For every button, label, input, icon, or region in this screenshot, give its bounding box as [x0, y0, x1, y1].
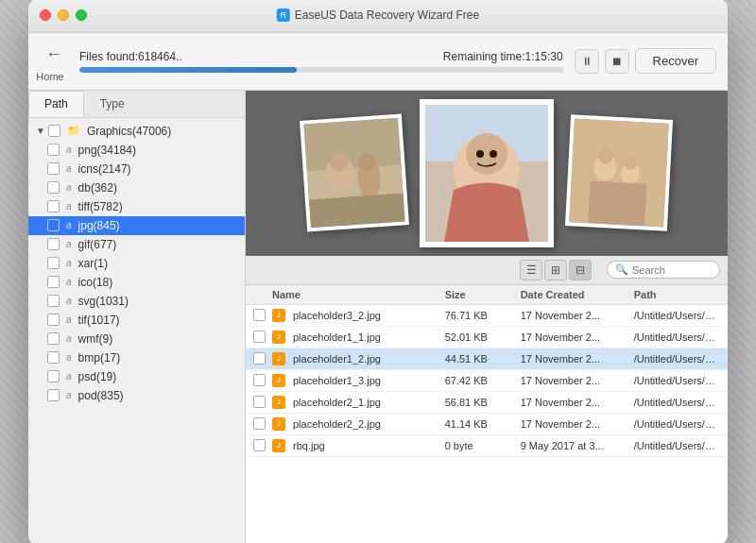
row-date: 17 November 2... [521, 331, 634, 343]
table-row[interactable]: J rbq.jpg 0 byte 9 May 2017 at 3... /Unt… [246, 435, 728, 457]
table-row[interactable]: J placeholder1_1.jpg 52.01 KB 17 Novembe… [246, 327, 728, 348]
row-checkbox[interactable] [253, 352, 266, 365]
tab-type[interactable]: Type [84, 91, 141, 117]
tree-item[interactable]: apsd(19) [28, 367, 245, 386]
row-path: /Untitled/Users/wlb/Trash/paul'... [634, 353, 720, 365]
photo-frame-3 [565, 114, 673, 230]
file-name: placeholder2_2.jpg [293, 418, 381, 430]
row-size: 0 byte [445, 440, 521, 451]
tree-checkbox[interactable] [47, 314, 60, 326]
tree-checkbox[interactable] [47, 144, 60, 156]
pause-button[interactable]: ⏸ [575, 49, 599, 74]
search-input[interactable] [632, 264, 708, 276]
tree-checkbox[interactable] [47, 370, 60, 382]
tree-checkbox[interactable] [47, 219, 60, 231]
tree-item[interactable]: aico(18) [28, 273, 245, 292]
tree-checkbox[interactable] [47, 162, 60, 175]
file-type-icon: a [66, 277, 72, 287]
file-name: rbq.jpg [293, 440, 325, 451]
back-button[interactable]: ← [40, 41, 68, 69]
file-type-icon: J [272, 396, 285, 409]
tree-item[interactable]: abmp(17) [28, 348, 245, 367]
tree-checkbox[interactable] [48, 125, 60, 137]
table-row[interactable]: J placeholder1_3.jpg 67.42 KB 17 Novembe… [246, 370, 728, 392]
tab-path[interactable]: Path [28, 91, 84, 117]
recover-button[interactable]: Recover [635, 48, 716, 74]
photo-frame-1 [300, 113, 409, 231]
svg-point-10 [466, 133, 507, 175]
row-path: /Untitled/Users/wlb/Trash/paul'... [634, 310, 720, 321]
file-type-icon: a [66, 390, 72, 400]
view-buttons: ☰ ⊞ ⊟ [520, 260, 592, 280]
row-checkbox[interactable] [253, 374, 266, 386]
search-box: 🔍 [607, 261, 720, 279]
file-type-icon: a [66, 201, 72, 212]
tree-checkbox[interactable] [47, 200, 60, 212]
tree-item[interactable]: asvg(1031) [28, 292, 245, 311]
tree-item[interactable]: axar(1) [28, 254, 245, 273]
tree-item[interactable]: atif(1017) [28, 311, 245, 330]
row-checkbox[interactable] [253, 309, 266, 321]
grid-view-button[interactable]: ⊞ [544, 260, 567, 280]
tree-item[interactable]: ▼📁Graphics(47006) [28, 122, 245, 141]
svg-point-12 [490, 150, 497, 158]
right-panel: ☰ ⊞ ⊟ 🔍 Name Size Date Created Path [246, 91, 728, 544]
tree-item[interactable]: adb(362) [28, 178, 245, 197]
file-name: placeholder1_2.jpg [293, 353, 381, 365]
folder-icon: 📁 [67, 125, 80, 137]
window-title: R EaseUS Data Recovery Wizard Free [277, 8, 479, 22]
row-checkbox[interactable] [253, 439, 266, 451]
toolbar: ← Home Files found:618464.. Remaining ti… [28, 33, 728, 91]
table-row[interactable]: J placeholder2_1.jpg 56.81 KB 17 Novembe… [246, 392, 728, 414]
tree-item-label: jpg(845) [78, 219, 120, 232]
row-name: J placeholder2_1.jpg [272, 396, 445, 409]
stop-button[interactable]: ⏹ [605, 49, 629, 74]
tree-item[interactable]: agif(677) [28, 235, 245, 254]
tree-item[interactable]: aicns(2147) [28, 160, 245, 178]
tree-item[interactable]: atiff(5782) [28, 197, 245, 216]
file-tree: ▼📁Graphics(47006)apng(34184)aicns(2147)a… [28, 118, 245, 544]
row-name: J placeholder3_2.jpg [272, 309, 445, 322]
file-type-icon: J [272, 439, 285, 452]
row-path: /Untitled/Users/wlb/Trash/paul'... [634, 418, 720, 430]
home-area: ← Home [40, 41, 68, 82]
tree-item[interactable]: apng(34184) [28, 141, 245, 160]
file-list-header: ☰ ⊞ ⊟ 🔍 [246, 256, 728, 285]
file-type-icon: a [66, 258, 72, 268]
tree-checkbox[interactable] [47, 276, 60, 288]
list-view-button[interactable]: ☰ [520, 260, 542, 280]
file-rows: J placeholder3_2.jpg 76.71 KB 17 Novembe… [246, 305, 728, 457]
close-button[interactable] [40, 9, 51, 21]
photo-image-center [425, 105, 548, 242]
tree-item[interactable]: apod(835) [28, 386, 245, 405]
table-row[interactable]: J placeholder2_2.jpg 41.14 KB 17 Novembe… [246, 414, 728, 435]
tree-checkbox[interactable] [47, 257, 60, 269]
row-checkbox[interactable] [253, 331, 266, 343]
table-row[interactable]: J placeholder1_2.jpg 44.51 KB 17 Novembe… [246, 348, 728, 370]
row-checkbox[interactable] [253, 417, 266, 430]
row-date: 17 November 2... [521, 418, 634, 430]
tree-checkbox[interactable] [47, 238, 60, 250]
maximize-button[interactable] [76, 9, 87, 21]
large-grid-view-button[interactable]: ⊟ [569, 260, 592, 280]
tree-checkbox[interactable] [47, 332, 60, 345]
titlebar: R EaseUS Data Recovery Wizard Free [28, 0, 728, 33]
svg-rect-1 [303, 118, 401, 172]
tree-item-label: xar(1) [78, 257, 108, 270]
minimize-button[interactable] [58, 9, 69, 21]
tree-checkbox[interactable] [47, 295, 60, 307]
file-type-icon: a [66, 220, 72, 230]
row-size: 41.14 KB [445, 418, 521, 430]
table-row[interactable]: J placeholder3_2.jpg 76.71 KB 17 Novembe… [246, 305, 728, 327]
header-path: Path [634, 289, 720, 300]
tree-item-label: pod(835) [78, 389, 124, 402]
header-name: Name [272, 289, 445, 300]
tree-checkbox[interactable] [47, 351, 60, 364]
files-found: Files found:618464.. [79, 50, 182, 63]
row-name: J rbq.jpg [272, 439, 445, 452]
row-checkbox[interactable] [253, 396, 266, 408]
tree-checkbox[interactable] [47, 389, 60, 401]
tree-item[interactable]: awmf(9) [28, 330, 245, 348]
tree-item[interactable]: ajpg(845) [28, 216, 245, 235]
tree-checkbox[interactable] [47, 181, 60, 194]
